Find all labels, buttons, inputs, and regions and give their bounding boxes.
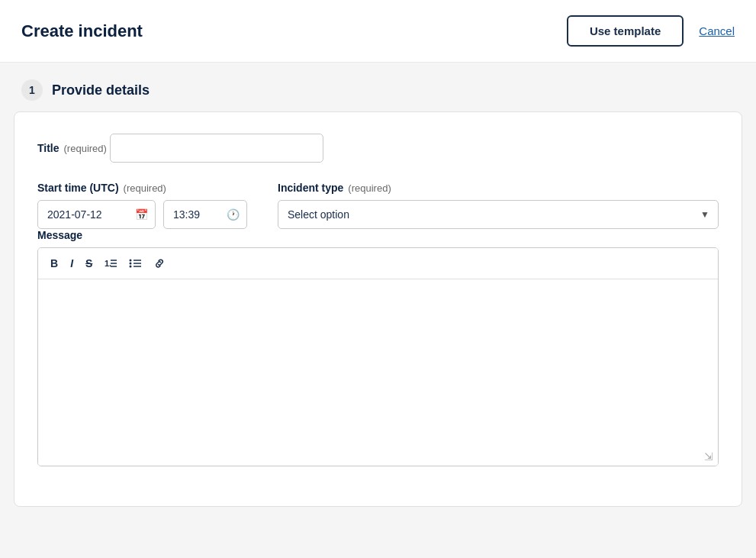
- svg-text:1.: 1.: [105, 259, 111, 268]
- incident-type-select[interactable]: Select option: [278, 200, 719, 229]
- page-title: Create incident: [21, 21, 143, 41]
- title-label: Title (required): [37, 142, 107, 154]
- title-input[interactable]: [110, 134, 323, 163]
- page-header: Create incident Use template Cancel: [0, 0, 756, 63]
- use-template-button[interactable]: Use template: [567, 15, 684, 47]
- step-section: 1 Provide details: [0, 63, 756, 111]
- svg-point-6: [130, 266, 132, 268]
- message-editor: B I S 1.: [37, 247, 719, 466]
- start-time-label: Start time (UTC) (required): [37, 182, 166, 194]
- time-input[interactable]: [163, 200, 247, 229]
- step-number: 1: [21, 79, 43, 101]
- start-time-group: Start time (UTC) (required) 📅 🕐: [37, 181, 247, 229]
- strikethrough-button[interactable]: S: [81, 254, 97, 273]
- svg-point-4: [130, 260, 132, 262]
- date-input[interactable]: [37, 200, 156, 229]
- resize-handle: ⇲: [38, 447, 718, 466]
- date-input-wrapper: 📅: [37, 200, 156, 229]
- ordered-list-button[interactable]: 1.: [100, 254, 121, 273]
- incident-type-group: Incident type (required) Select option ▼: [278, 181, 719, 229]
- incident-type-label: Incident type (required): [278, 182, 391, 194]
- time-input-wrapper: 🕐: [163, 200, 247, 229]
- header-actions: Use template Cancel: [567, 15, 735, 47]
- editor-toolbar: B I S 1.: [38, 248, 718, 279]
- form-card: Title (required) Start time (UTC) (requi…: [14, 111, 742, 507]
- step-label: Provide details: [52, 82, 150, 98]
- unordered-list-button[interactable]: [124, 254, 146, 273]
- link-button[interactable]: [149, 254, 170, 273]
- incident-type-select-wrapper: Select option ▼: [278, 200, 719, 229]
- unordered-list-icon: [129, 257, 141, 269]
- message-group: Message B I S 1.: [37, 229, 719, 466]
- datetime-inputs: 📅 🕐: [37, 200, 247, 229]
- bold-button[interactable]: B: [46, 254, 63, 273]
- start-time-required: (required): [124, 182, 166, 194]
- incident-type-required: (required): [348, 182, 391, 194]
- italic-button[interactable]: I: [66, 254, 78, 273]
- resize-icon: ⇲: [704, 450, 713, 463]
- message-editor-body[interactable]: [38, 279, 718, 447]
- message-label: Message: [37, 229, 719, 241]
- title-required: (required): [64, 143, 107, 154]
- ordered-list-icon: 1.: [105, 257, 117, 269]
- title-group: Title (required): [37, 134, 719, 163]
- cancel-button[interactable]: Cancel: [699, 24, 735, 37]
- datetime-incident-row: Start time (UTC) (required) 📅 🕐 Incident…: [37, 181, 719, 229]
- link-icon: [153, 257, 166, 269]
- svg-point-5: [130, 263, 132, 265]
